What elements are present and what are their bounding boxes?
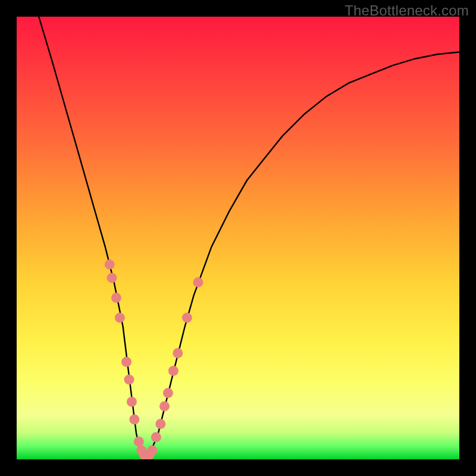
- curve-marker: [155, 419, 165, 429]
- chart-frame: TheBottleneck.com: [0, 0, 476, 476]
- curve-marker: [129, 415, 139, 425]
- curve-marker: [193, 277, 203, 287]
- curve-marker: [182, 312, 192, 322]
- curve-marker: [168, 366, 178, 376]
- curve-marker: [134, 437, 144, 447]
- curve-marker: [163, 388, 173, 398]
- curve-marker: [121, 357, 131, 367]
- curve-marker: [159, 401, 170, 411]
- plot-area: [17, 17, 459, 459]
- chart-svg: [17, 17, 459, 459]
- curve-marker: [111, 293, 121, 303]
- curve-marker: [105, 259, 115, 270]
- curve-marker: [115, 312, 125, 322]
- curve-marker: [107, 273, 117, 283]
- bottleneck-curve: [39, 17, 459, 459]
- curve-marker: [124, 375, 134, 385]
- curve-marker: [151, 432, 161, 442]
- curve-marker: [147, 446, 157, 456]
- curve-marker: [173, 348, 183, 358]
- curve-markers: [105, 259, 203, 459]
- curve-marker: [127, 397, 137, 407]
